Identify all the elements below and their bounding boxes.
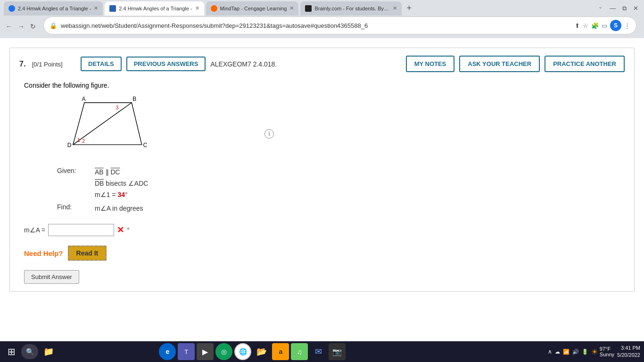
sidebar-toggle-icon[interactable]: ▭ [602, 22, 607, 29]
find-content: m∠A in degrees [95, 203, 143, 214]
svg-text:D: D [67, 142, 72, 148]
taskbar-folder[interactable]: 📂 [253, 343, 270, 360]
tab-3[interactable]: MindTap - Cengage Learning ✕ [206, 1, 299, 16]
question-container: 7. [0/1 Points] DETAILS PREVIOUS ANSWERS… [9, 48, 635, 292]
svg-text:A: A [82, 96, 86, 102]
taskbar-camera[interactable]: 📷 [329, 343, 346, 360]
weather-icon: ☀ [591, 347, 598, 356]
find-row: Find: m∠A in degrees [57, 203, 625, 214]
taskbar-up-arrow[interactable]: ∧ [548, 348, 552, 355]
find-label: Find: [57, 203, 95, 211]
clear-answer-icon[interactable]: ✕ [117, 225, 124, 235]
question-number: 7. [0/1 Points] [19, 60, 76, 68]
previous-answers-button[interactable]: PREVIOUS ANSWERS [126, 57, 206, 71]
given-find-section: Given: AB ∥ DC DB bisects ∠ADC m∠1 = 34°… [57, 167, 625, 214]
tab-1-close[interactable]: ✕ [94, 5, 98, 11]
address-text[interactable]: webassign.net/web/Student/Assignment-Res… [61, 22, 571, 29]
clock[interactable]: 3:41 PM 5/20/2022 [617, 345, 640, 359]
taskbar-chrome[interactable]: 🌐 [234, 343, 251, 360]
taskbar-cloud-icon[interactable]: ☁ [555, 349, 560, 355]
page-content: 7. [0/1 Points] DETAILS PREVIOUS ANSWERS… [0, 38, 644, 341]
weather-widget: ☀ 97°F Sunny [591, 346, 614, 357]
practice-another-button[interactable]: PRACTICE ANOTHER [545, 56, 625, 72]
figure-caption: Consider the following figure. [24, 82, 625, 89]
svg-text:3: 3 [116, 105, 119, 110]
angle-value: 34 [117, 191, 125, 198]
new-tab-button[interactable]: + [404, 3, 414, 13]
submit-area: Submit Answer [24, 270, 625, 284]
taskbar-file-explorer[interactable]: 📁 [40, 343, 57, 360]
tab-4[interactable]: Brainly.com - For students. By st... ✕ [300, 1, 402, 16]
svg-text:2: 2 [82, 139, 85, 144]
geometry-figure: A B C D 1 2 3 [57, 95, 625, 157]
taskbar-edge[interactable]: e [159, 343, 176, 360]
tab-2-label: 2.4 Hmwk Angles of a Triangle - [119, 6, 192, 11]
given-label: Given: [57, 167, 95, 174]
answer-row: m∠A = ✕ ° [24, 224, 625, 236]
taskbar-right: ∧ ☁ 📶 🔊 🔋 ☀ 97°F Sunny 3:41 PM 5/20/2022 [548, 345, 640, 359]
my-notes-button[interactable]: MY NOTES [406, 56, 455, 72]
question-id: ALEXGEOM7 2.4.018. [210, 60, 401, 68]
taskbar-windows-media[interactable]: ▶ [197, 343, 214, 360]
info-icon[interactable]: i [264, 129, 274, 139]
win-minimize-btn[interactable]: — [608, 4, 618, 13]
taskbar-mail[interactable]: ✉ [310, 343, 327, 360]
weather-desc: Sunny [600, 352, 614, 357]
tab-4-label: Brainly.com - For students. By st... [314, 6, 390, 11]
answer-label: m∠A = [24, 226, 45, 234]
extension-icon[interactable]: 🧩 [591, 22, 599, 29]
tab-1[interactable]: 2.4 Hmwk Angles of a Triangle - ✕ [4, 1, 103, 16]
date-display: 5/20/2022 [617, 352, 640, 359]
taskbar-center: e T ▶ ◎ 🌐 📂 a ♫ ✉ [159, 343, 346, 360]
given-line-1: AB ∥ DC [95, 167, 148, 178]
given-line-3: m∠1 = 34° [95, 189, 148, 201]
tab-3-label: MindTap - Cengage Learning [220, 6, 287, 11]
taskbar-volume-icon[interactable]: 🔊 [572, 349, 579, 355]
time-display: 3:41 PM [617, 345, 640, 352]
weather-info: 97°F Sunny [600, 346, 614, 357]
given-line-2: DB bisects ∠ADC [95, 178, 148, 189]
given-row: Given: AB ∥ DC DB bisects ∠ADC m∠1 = 34° [57, 167, 625, 200]
details-button[interactable]: DETAILS [81, 57, 122, 71]
svg-text:B: B [132, 96, 136, 102]
taskbar-battery-icon[interactable]: 🔋 [582, 349, 588, 355]
taskbar-teams[interactable]: T [178, 343, 195, 360]
taskbar-amazon[interactable]: a [272, 343, 289, 360]
start-button[interactable]: ⊞ [4, 344, 19, 359]
weather-temp: 97°F [600, 346, 614, 352]
taskbar-edge-green[interactable]: ◎ [215, 343, 232, 360]
submit-button[interactable]: Submit Answer [24, 270, 79, 284]
need-help-label: Need Help? [24, 249, 63, 257]
star-icon[interactable]: ☆ [583, 22, 588, 29]
taskbar-notes[interactable]: ♫ [291, 343, 308, 360]
given-content: AB ∥ DC DB bisects ∠ADC m∠1 = 34° [95, 167, 148, 200]
ask-teacher-button[interactable]: ASK YOUR TEACHER [459, 56, 540, 72]
back-button[interactable]: ← [4, 22, 14, 31]
search-button[interactable]: 🔍 [21, 344, 38, 359]
profile-avatar[interactable]: S [610, 20, 621, 31]
reload-button[interactable]: ↻ [28, 22, 38, 31]
window-controls: ⌄ — ⧉ ✕ [598, 4, 640, 13]
tab-2-close[interactable]: ✕ [195, 5, 199, 11]
taskbar: ⊞ 🔍 📁 e T ▶ ◎ 🌐 📂 a [0, 341, 644, 362]
tab-1-label: 2.4 Hmwk Angles of a Triangle - [18, 6, 91, 11]
tab-2-favicon [109, 5, 116, 12]
taskbar-wifi-icon[interactable]: 📶 [563, 349, 570, 355]
tab-3-favicon [211, 5, 217, 12]
share-icon[interactable]: ⬆ [575, 22, 580, 29]
tab-4-close[interactable]: ✕ [393, 5, 397, 11]
menu-icon[interactable]: ⋮ [624, 22, 630, 29]
svg-text:1: 1 [77, 138, 80, 143]
need-help-section: Need Help? Read It [24, 246, 625, 261]
tab-3-close[interactable]: ✕ [289, 5, 294, 11]
forward-button[interactable]: → [16, 22, 26, 31]
answer-input[interactable] [48, 224, 114, 236]
tab-1-favicon [8, 5, 15, 12]
win-close-btn[interactable]: ✕ [631, 4, 640, 13]
win-minimize[interactable]: ⌄ [598, 4, 603, 13]
lock-icon: 🔒 [50, 22, 57, 29]
svg-text:C: C [143, 142, 147, 148]
tab-2[interactable]: 2.4 Hmwk Angles of a Triangle - ✕ [105, 1, 204, 16]
read-it-button[interactable]: Read It [68, 246, 107, 261]
win-restore-btn[interactable]: ⧉ [619, 4, 629, 13]
